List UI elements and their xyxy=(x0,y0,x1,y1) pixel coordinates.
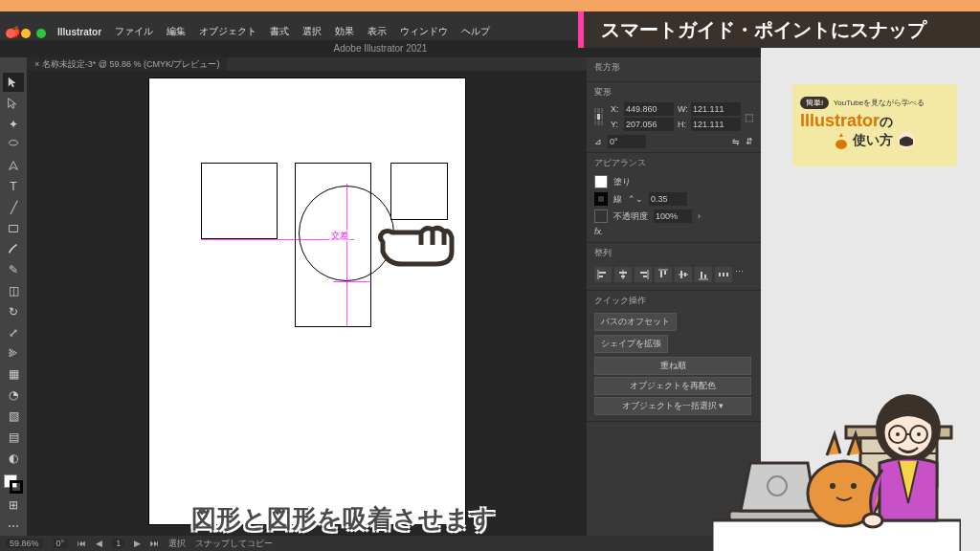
rectangle-tool[interactable] xyxy=(3,219,24,238)
edit-toolbar[interactable]: ⋯ xyxy=(3,517,24,536)
svg-rect-7 xyxy=(621,276,625,277)
illustration-character xyxy=(712,360,961,551)
align-left-icon[interactable] xyxy=(594,267,612,282)
type-tool[interactable]: T xyxy=(3,177,24,196)
angle-icon: ⊿ xyxy=(594,137,602,146)
svg-rect-4 xyxy=(599,276,603,277)
screen-mode-tool[interactable]: ⊞ xyxy=(3,496,24,515)
mesh-tool[interactable]: ▤ xyxy=(3,428,24,447)
app-name: Illustrator xyxy=(57,27,101,37)
lasso-tool[interactable] xyxy=(3,135,24,154)
opacity-label: 不透明度 xyxy=(613,210,648,223)
appearance-title: アピアランス xyxy=(594,157,753,169)
svg-point-36 xyxy=(830,483,835,489)
svg-rect-1 xyxy=(10,225,18,231)
more-options-icon[interactable]: ⋯ xyxy=(735,267,744,282)
orange-accent-bar xyxy=(0,0,980,11)
promo-card: 簡単! YouTubeを見ながら学べる Illustratorの 使い方 xyxy=(792,84,957,166)
shape-rect-1[interactable] xyxy=(201,163,278,239)
avatar-mini-icon xyxy=(897,131,916,150)
svg-rect-16 xyxy=(684,273,686,276)
scale-tool[interactable]: ⤢ xyxy=(3,323,24,342)
fill-swatch[interactable] xyxy=(594,175,608,188)
h-label: H: xyxy=(678,120,687,129)
zoom-level[interactable]: 59.86% xyxy=(6,539,43,548)
pen-tool[interactable] xyxy=(3,156,24,175)
menu-select[interactable]: 選択 xyxy=(302,25,322,38)
menu-view[interactable]: 表示 xyxy=(368,25,387,38)
artboard-nav-next-icon[interactable]: ▶ xyxy=(134,539,141,548)
stroke-swatch[interactable] xyxy=(594,192,608,206)
align-top-icon[interactable] xyxy=(655,267,672,282)
reference-point-grid[interactable] xyxy=(594,108,603,125)
rotate-view[interactable]: 0° xyxy=(53,539,69,548)
distribute-icon[interactable] xyxy=(715,267,732,282)
promo-subtitle: 使い方 xyxy=(853,132,893,147)
transform-title: 変形 xyxy=(594,86,753,99)
opacity-swatch[interactable] xyxy=(594,209,608,223)
angle-input[interactable] xyxy=(608,135,646,148)
artboard-nav-prev-icon[interactable]: ◀ xyxy=(96,539,102,548)
artboard-number[interactable]: 1 xyxy=(112,539,124,548)
menu-file[interactable]: ファイル xyxy=(115,25,153,38)
flip-v-icon[interactable]: ⇵ xyxy=(746,137,753,146)
expand-shape-button[interactable]: シェイプを拡張 xyxy=(594,335,668,353)
svg-point-45 xyxy=(863,514,882,527)
svg-rect-12 xyxy=(660,271,662,277)
x-input[interactable] xyxy=(624,102,674,116)
align-right-icon[interactable] xyxy=(635,267,652,282)
minimize-icon[interactable] xyxy=(21,29,31,38)
canvas[interactable]: 交差 xyxy=(27,71,587,540)
magic-wand-tool[interactable]: ✦ xyxy=(3,115,24,134)
stroke-stepper-icon[interactable]: ⌃⌄ xyxy=(628,194,643,204)
y-input[interactable] xyxy=(624,118,674,131)
svg-point-37 xyxy=(851,483,857,489)
shape-type-label: 長方形 xyxy=(594,61,753,74)
menu-effect[interactable]: 効果 xyxy=(335,25,354,38)
svg-rect-13 xyxy=(664,271,666,275)
shape-builder-tool[interactable]: ◔ xyxy=(3,386,24,405)
fill-stroke-control[interactable] xyxy=(4,474,23,494)
width-tool[interactable]: ⫸ xyxy=(3,344,24,364)
svg-rect-20 xyxy=(719,273,721,276)
stroke-label: 線 xyxy=(613,193,622,206)
menu-window[interactable]: ウィンドウ xyxy=(400,25,448,38)
artboard-nav-first-icon[interactable]: ⏮ xyxy=(78,539,86,548)
link-wh-icon[interactable]: ⬚ xyxy=(745,112,753,122)
mascot-mini-icon xyxy=(834,131,849,150)
artboard-nav-last-icon[interactable]: ⏭ xyxy=(150,539,159,548)
selection-tool[interactable] xyxy=(3,73,24,92)
close-icon[interactable] xyxy=(6,29,15,38)
gradient-tool[interactable]: ◐ xyxy=(3,449,24,468)
menu-edit[interactable]: 編集 xyxy=(167,25,186,38)
align-bottom-icon[interactable] xyxy=(695,267,712,282)
align-vcenter-icon[interactable] xyxy=(675,267,692,282)
rotate-tool[interactable]: ↻ xyxy=(3,302,24,321)
align-hcenter-icon[interactable] xyxy=(614,267,632,282)
perspective-tool[interactable]: ▧ xyxy=(3,407,24,426)
menu-help[interactable]: ヘルプ xyxy=(461,25,490,38)
promo-tagline: YouTubeを見ながら学べる xyxy=(834,99,924,107)
menu-object[interactable]: オブジェクト xyxy=(199,25,256,38)
h-input[interactable] xyxy=(691,118,741,131)
opacity-input[interactable] xyxy=(654,209,692,223)
maximize-icon[interactable] xyxy=(36,29,46,38)
line-tool[interactable]: ╱ xyxy=(3,198,24,217)
shaper-tool[interactable]: ✎ xyxy=(3,260,24,279)
direct-selection-tool[interactable] xyxy=(3,94,24,113)
chevron-right-icon[interactable]: › xyxy=(698,211,701,221)
stroke-weight-input[interactable] xyxy=(649,192,687,206)
offset-path-button[interactable]: パスのオフセット xyxy=(594,313,677,331)
free-transform-tool[interactable]: ▦ xyxy=(3,364,24,384)
eraser-tool[interactable]: ◫ xyxy=(3,281,24,300)
menu-type[interactable]: 書式 xyxy=(270,25,289,38)
document-tab[interactable]: × 名称未設定-3* @ 59.86 % (CMYK/プレビュー) xyxy=(27,57,227,71)
svg-rect-6 xyxy=(619,272,627,274)
w-input[interactable] xyxy=(691,102,741,116)
pointing-hand-cursor-icon xyxy=(373,209,459,276)
svg-rect-9 xyxy=(640,272,647,274)
fx-label[interactable]: fx. xyxy=(594,227,604,236)
svg-point-43 xyxy=(896,432,900,436)
flip-h-icon[interactable]: ⇋ xyxy=(732,137,740,146)
paintbrush-tool[interactable] xyxy=(3,240,24,259)
